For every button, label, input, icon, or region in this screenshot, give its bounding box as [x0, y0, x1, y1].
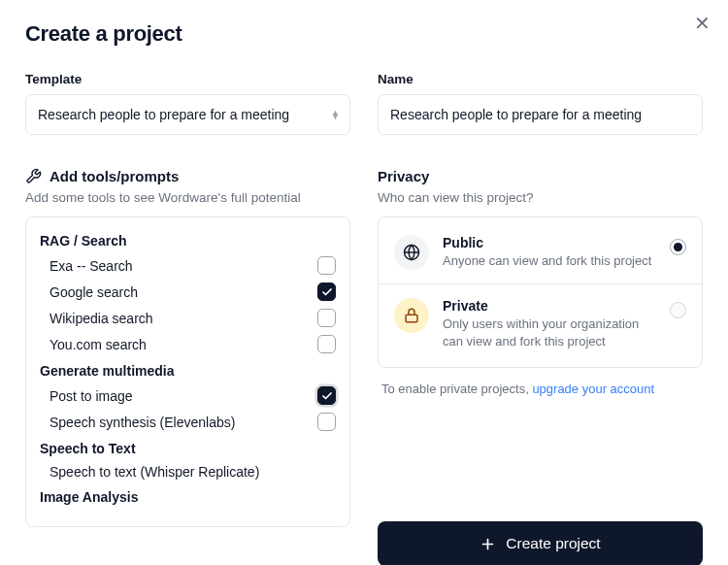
privacy-private-title: Private	[443, 298, 656, 314]
globe-icon	[394, 235, 429, 270]
svg-rect-2	[406, 315, 417, 322]
close-icon: ✕	[694, 13, 711, 34]
name-input[interactable]	[390, 107, 690, 122]
tool-item[interactable]: Speech to text (Whisper Replicate)	[40, 460, 336, 483]
tool-item[interactable]: Google search	[40, 279, 336, 305]
tools-helper: Add some tools to see Wordware's full po…	[25, 190, 350, 205]
radio-private[interactable]	[670, 302, 686, 318]
tool-item-label: Wikipedia search	[50, 311, 153, 326]
template-label: Template	[25, 72, 350, 86]
upgrade-link[interactable]: upgrade your account	[532, 382, 654, 396]
tool-checkbox[interactable]	[317, 309, 336, 327]
lock-icon	[394, 298, 429, 333]
privacy-public-title: Public	[443, 235, 656, 250]
tool-group-title: Speech to Text	[40, 441, 336, 456]
tool-item-label: You.com search	[50, 337, 147, 352]
tool-item-label: Speech synthesis (Elevenlabs)	[50, 415, 235, 430]
name-label: Name	[378, 72, 703, 86]
tool-item-label: Speech to text (Whisper Replicate)	[50, 464, 259, 480]
privacy-public-desc: Anyone can view and fork this project	[443, 252, 656, 270]
privacy-option-public[interactable]: Public Anyone can view and fork this pro…	[379, 221, 702, 283]
template-value: Research people to prepare for a meeting	[38, 107, 289, 122]
tool-item[interactable]: Post to image	[40, 382, 336, 409]
upgrade-note: To enable private projects, upgrade your…	[378, 382, 703, 396]
privacy-heading: Privacy	[378, 168, 703, 184]
tool-item[interactable]: Wikipedia search	[40, 305, 336, 331]
privacy-helper: Who can view this project?	[378, 190, 703, 205]
tool-item-label: Post to image	[50, 388, 133, 404]
tool-checkbox[interactable]	[317, 386, 336, 405]
create-project-button[interactable]: Create project	[378, 521, 703, 565]
tool-checkbox[interactable]	[317, 282, 336, 301]
plus-icon	[480, 536, 496, 552]
tool-item-label: Exa -- Search	[50, 258, 133, 274]
privacy-panel: Public Anyone can view and fork this pro…	[378, 216, 703, 368]
tool-item[interactable]: Exa -- Search	[40, 252, 336, 279]
name-input-wrapper	[378, 94, 703, 135]
tool-group-title: RAG / Search	[40, 233, 336, 249]
template-select[interactable]: Research people to prepare for a meeting…	[25, 94, 350, 135]
privacy-private-desc: Only users within your organization can …	[443, 316, 656, 349]
tool-item[interactable]: You.com search	[40, 331, 336, 357]
tool-checkbox[interactable]	[317, 335, 336, 353]
tool-item-label: Google search	[50, 284, 138, 300]
tools-icon	[25, 168, 42, 184]
chevron-updown-icon: ▲▼	[331, 111, 340, 119]
dialog-title: Create a project	[25, 21, 703, 47]
tool-checkbox[interactable]	[317, 413, 336, 431]
close-button[interactable]: ✕	[694, 14, 711, 33]
radio-public[interactable]	[670, 239, 686, 255]
tools-heading: Add tools/prompts	[25, 168, 350, 184]
tool-checkbox[interactable]	[317, 256, 336, 275]
tool-group-title: Image Analysis	[40, 489, 336, 505]
tool-group-title: Generate multimedia	[40, 363, 336, 379]
tools-panel: RAG / SearchExa -- SearchGoogle searchWi…	[25, 216, 350, 527]
privacy-option-private[interactable]: Private Only users within your organizat…	[379, 283, 702, 363]
tool-item[interactable]: Speech synthesis (Elevenlabs)	[40, 409, 336, 435]
